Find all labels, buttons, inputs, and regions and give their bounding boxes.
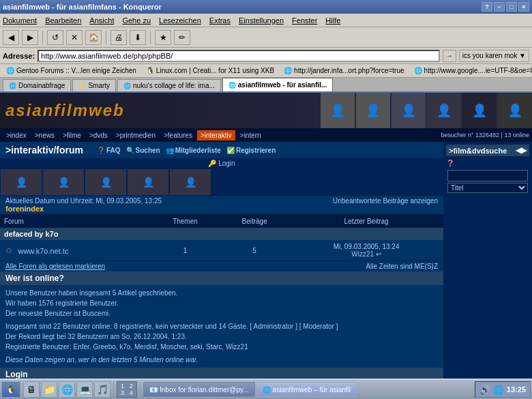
- suchen-icon: 🔍: [126, 147, 134, 154]
- taskbar-app-4[interactable]: 💻: [76, 381, 93, 398]
- online-line3: Der neueste Benutzer ist Buscemi.: [5, 308, 438, 319]
- back-button[interactable]: ◀: [3, 30, 19, 45]
- nav-news[interactable]: >news: [31, 130, 58, 141]
- menu-einstellungen[interactable]: Einstellungen: [239, 16, 284, 25]
- taskbar-separator: [113, 382, 114, 397]
- register-icon: ✅: [226, 147, 235, 154]
- letzter-cell: Mi, 09.03.2005, 13:24 Wizz21 ↩: [289, 240, 443, 261]
- online-header: Wer ist online?: [0, 271, 443, 285]
- taskbar-task-1[interactable]: 📧 Inbox for florian.dittmer@py...: [143, 382, 255, 397]
- menu-gehe-zu[interactable]: Gehe zu: [122, 16, 151, 25]
- datetime-text: Aktuelles Datum und Uhrzeit: Mi, 09.03.2…: [5, 197, 162, 205]
- date-info: Aktuelles Datum und Uhrzeit: Mi, 09.03.2…: [5, 197, 162, 213]
- home-button[interactable]: 🏠: [85, 30, 102, 45]
- reload-button[interactable]: ↺: [47, 30, 63, 45]
- titlebar-title: asianfilmweb - für asianfilmfans - Konqu…: [3, 3, 162, 11]
- menu-bearbeiten[interactable]: Bearbeiten: [45, 16, 81, 25]
- taskbar-app-3[interactable]: 🌐: [59, 381, 75, 398]
- taskbar-app-2[interactable]: 📁: [41, 381, 57, 398]
- task-icon-2: 🌐: [263, 386, 271, 394]
- tab-collage[interactable]: 🌐 nuku's collage of life: ima...: [117, 79, 221, 91]
- online-line4: Insgesamt sind 22 Benutzer online: 8 reg…: [5, 321, 438, 331]
- taskbar-appicons: 🖥 📁 🌐 💻 🎵: [23, 381, 110, 398]
- forum-name-cell: ○ www.k7o.net.tc: [0, 240, 151, 261]
- forward-button[interactable]: ▶: [22, 30, 38, 45]
- forum-table: Forum Themen Beiträge Letzter Beitrag de…: [0, 214, 443, 261]
- face-1: 👤: [321, 93, 355, 128]
- sidebar-search-select[interactable]: Titel: [447, 183, 528, 193]
- titlebar-buttons: ? − □ ×: [482, 2, 529, 12]
- menu-hilfe[interactable]: Hilfe: [325, 16, 340, 25]
- close-button[interactable]: ×: [518, 2, 529, 12]
- themen-cell: 1: [151, 240, 220, 261]
- nav-index[interactable]: >index: [3, 130, 30, 141]
- menu-dokument[interactable]: Dokument: [3, 16, 37, 25]
- face-6: 👤: [498, 93, 532, 128]
- taskbar-app-1[interactable]: 🖥: [23, 381, 40, 398]
- mark-read-link[interactable]: Alle Foren als gelesen markieren: [5, 263, 105, 270]
- table-row: ○ www.k7o.net.tc 1 5 Mi, 09.03.2005, 13:…: [0, 240, 443, 261]
- maximize-button[interactable]: □: [506, 2, 517, 12]
- forum-img-5: 👤: [170, 169, 211, 195]
- login-link[interactable]: 🔑 Login: [208, 160, 235, 167]
- mark-read-bar: Alle Foren als gelesen markieren Alle Ze…: [0, 261, 443, 271]
- nav-features[interactable]: >features: [160, 130, 196, 141]
- site-logo: asianfilmweb: [5, 101, 125, 120]
- address-input[interactable]: [38, 50, 440, 62]
- forum-name-link[interactable]: www.k7o.net.tc: [18, 247, 68, 255]
- register-link[interactable]: ✅ Registrieren: [226, 147, 276, 154]
- menu-extras[interactable]: Extras: [209, 16, 231, 25]
- minimize-button[interactable]: −: [494, 2, 505, 12]
- bookmark-add-button[interactable]: ★: [155, 30, 171, 45]
- col-beitraege: Beiträge: [220, 214, 289, 228]
- nav-filme[interactable]: >filme: [59, 130, 85, 141]
- taskbar-app-5[interactable]: 🎵: [94, 381, 110, 398]
- tab-icon-1: 🌐: [9, 83, 16, 89]
- nav-interaktiv[interactable]: >interaktiv: [197, 130, 235, 141]
- tab-asianfilmweb[interactable]: 🌐 asianfilmweb - für asianfil...: [222, 78, 334, 91]
- menu-lesezeichen[interactable]: Lesezeichen: [159, 16, 201, 25]
- face-5: 👤: [462, 93, 497, 128]
- systray-clock: 13:25: [507, 385, 526, 394]
- systray-icon-1[interactable]: 🔊: [479, 385, 490, 395]
- task-label-2: asianfilmweb – für asianfil: [273, 386, 351, 394]
- face-4: 👤: [427, 93, 461, 128]
- mitglied-link[interactable]: 👥 Mitgliederliste: [166, 147, 221, 154]
- bookmark-2[interactable]: 🐧 Linux.com | Creati... for X11 using XK…: [143, 65, 278, 76]
- start-button[interactable]: 🐧: [1, 381, 20, 398]
- titlebar: asianfilmweb - für asianfilmfans - Konqu…: [0, 0, 532, 14]
- tab-label-1: Domainabfrage: [18, 82, 65, 89]
- nav-dvds[interactable]: >dvds: [86, 130, 111, 141]
- bookmark-3[interactable]: 🌐 http://jander.infa...ort.php?force=tru…: [280, 65, 408, 76]
- menu-fenster[interactable]: Fenster: [292, 16, 317, 25]
- edit-button[interactable]: ✏: [174, 30, 190, 45]
- unread-link[interactable]: Unbeantwortete Beiträge anzeigen: [333, 197, 438, 213]
- tab-domainabfrage[interactable]: 🌐 Domainabfrage: [3, 79, 71, 91]
- bookmark-4[interactable]: 🌐 http://www.google....ie=UTF-8&oe=UTF-8: [411, 65, 532, 76]
- faq-link[interactable]: ❓ FAQ: [97, 147, 121, 154]
- tabbar: 🌐 Domainabfrage ⚡ Smarty 🌐 nuku's collag…: [0, 78, 532, 93]
- nav-intern[interactable]: >intern: [237, 130, 265, 141]
- search-button[interactable]: ics you karen mok ▼: [459, 50, 529, 62]
- letzter-user[interactable]: Wizz21: [351, 250, 374, 258]
- sidebar-search-input[interactable]: [447, 170, 528, 181]
- bookmark-icon-4: 🌐: [414, 67, 422, 74]
- bookmark-1[interactable]: 🌐 Gentoo Forums :: V...len einige Zeiche…: [3, 65, 140, 76]
- login-link-bar: 🔑 Login: [0, 158, 443, 168]
- systray-icon-2[interactable]: 🌐: [493, 385, 504, 395]
- taskbar-task-2[interactable]: 🌐 asianfilmweb – für asianfil: [256, 382, 357, 397]
- forum-section: defaced by k7o: [0, 228, 443, 240]
- go-button[interactable]: →: [443, 50, 456, 62]
- menu-ansicht[interactable]: Ansicht: [89, 16, 114, 25]
- bookmark-label-3: http://jander.infa...ort.php?force=true: [294, 67, 404, 74]
- help-button[interactable]: ?: [482, 2, 492, 12]
- print-button[interactable]: 🖨: [110, 30, 127, 45]
- nav-printmedien[interactable]: >printmedien: [113, 130, 159, 141]
- tab-smarty[interactable]: ⚡ Smarty: [72, 79, 116, 91]
- grid-num-4: 4: [127, 389, 136, 396]
- logo-text: asianfilmweb: [5, 101, 125, 119]
- suchen-link[interactable]: 🔍 Suchen: [126, 147, 160, 154]
- download-button[interactable]: ⬇: [130, 30, 146, 45]
- forenindex-link[interactable]: forenindex: [5, 205, 44, 213]
- stop-button[interactable]: ✕: [66, 30, 83, 45]
